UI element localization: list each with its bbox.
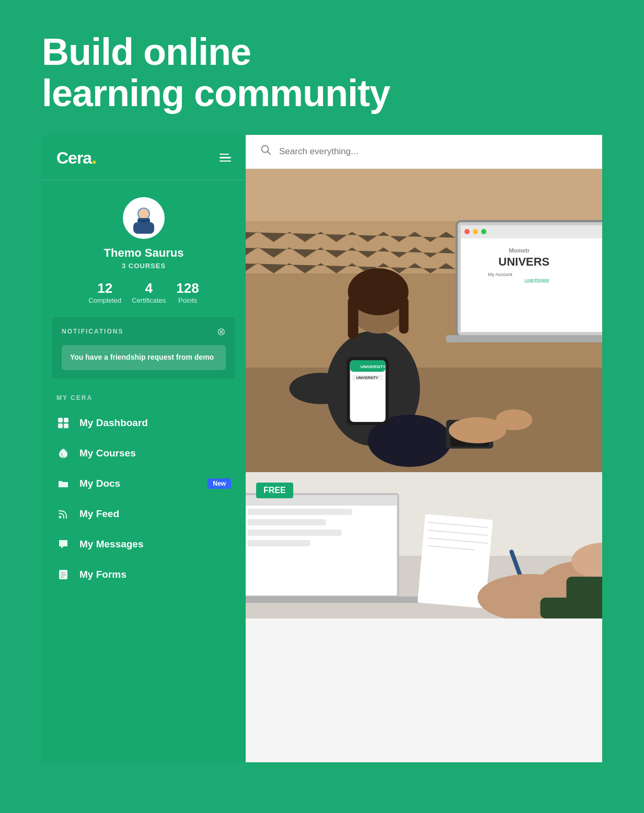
svg-rect-22: [348, 297, 359, 339]
form-icon: [56, 569, 70, 580]
svg-text:My Account: My Account: [488, 272, 513, 277]
search-input[interactable]: [279, 146, 588, 157]
free-card-section: FREE: [246, 472, 602, 619]
avatar: [123, 197, 165, 239]
new-badge: New: [208, 478, 231, 489]
svg-text:UNIVERSITY: UNIVERSITY: [356, 376, 378, 380]
hero-image-top: UNIVERSITY UNIVERSITY Mometr UNIVERS My …: [246, 169, 602, 472]
svg-rect-59: [248, 540, 310, 546]
stat-completed: 12 Completed: [88, 280, 121, 304]
rss-icon: [56, 508, 70, 520]
profile-courses-label: 3 COURSES: [122, 262, 166, 270]
svg-rect-60: [246, 597, 420, 603]
sidebar: Cera. Themo Saurus 3 COURSES: [42, 135, 246, 762]
menu-button[interactable]: [220, 154, 231, 162]
svg-point-8: [59, 516, 62, 518]
stats-row: 12 Completed 4 Certificates 128 Points: [52, 280, 235, 304]
free-badge: FREE: [256, 483, 293, 498]
stat-points: 128 Points: [176, 280, 199, 304]
svg-rect-72: [567, 577, 603, 603]
svg-rect-5: [64, 418, 68, 422]
sidebar-item-feed[interactable]: My Feed: [42, 499, 246, 529]
svg-point-37: [465, 229, 470, 234]
sidebar-item-courses[interactable]: My Courses: [42, 438, 246, 468]
sidebar-item-docs[interactable]: My Docs New: [42, 468, 246, 499]
notification-card: You have a friendship request from demo: [62, 345, 226, 370]
svg-text:Login: Login: [525, 278, 535, 282]
svg-rect-4: [58, 418, 63, 422]
search-bar: [246, 135, 602, 169]
sidebar-item-courses-label: My Courses: [79, 448, 136, 459]
svg-text:Mometr: Mometr: [509, 247, 530, 254]
hero-title: Build online learning community: [0, 0, 644, 135]
svg-text:UNIVERSITY: UNIVERSITY: [361, 364, 386, 369]
sidebar-item-messages[interactable]: My Messages: [42, 529, 246, 559]
notifications-close-button[interactable]: ⊗: [217, 325, 226, 338]
sidebar-item-forms-label: My Forms: [79, 569, 126, 580]
svg-rect-58: [248, 530, 342, 536]
profile-section: Themo Saurus 3 COURSES 12 Completed 4 Ce…: [42, 180, 246, 317]
notification-message: You have a friendship request from demo: [70, 353, 214, 361]
notifications-header: NOTIFICATIONS ⊗: [62, 325, 226, 338]
svg-point-38: [473, 229, 478, 234]
grid-icon: [56, 417, 70, 429]
sidebar-header: Cera.: [42, 135, 246, 180]
sidebar-item-dashboard-label: My Dashboard: [79, 417, 148, 429]
stat-certificates-label: Certificates: [132, 296, 166, 304]
main-layout: Cera. Themo Saurus 3 COURSES: [42, 135, 602, 762]
profile-name: Themo Saurus: [104, 246, 184, 260]
sidebar-item-feed-label: My Feed: [79, 508, 119, 520]
svg-rect-6: [58, 423, 63, 428]
logo: Cera.: [56, 146, 96, 168]
svg-text:Registe: Registe: [535, 278, 550, 282]
desk-scene: [246, 472, 602, 619]
stat-completed-number: 12: [97, 280, 112, 296]
chat-icon: [56, 539, 70, 550]
svg-line-14: [268, 152, 271, 155]
notifications-section: NOTIFICATIONS ⊗ You have a friendship re…: [52, 317, 235, 379]
sidebar-item-dashboard[interactable]: My Dashboard: [42, 408, 246, 438]
sidebar-item-forms[interactable]: My Forms: [42, 559, 246, 590]
svg-rect-45: [446, 335, 603, 342]
svg-point-24: [290, 373, 352, 404]
svg-rect-56: [248, 509, 352, 515]
sidebar-item-docs-label: My Docs: [79, 478, 120, 489]
my-cera-label: MY CERA: [42, 389, 246, 408]
svg-point-2: [139, 209, 149, 219]
svg-rect-23: [399, 297, 409, 334]
stat-completed-label: Completed: [88, 296, 121, 304]
folder-icon: [56, 478, 70, 489]
stat-points-label: Points: [178, 296, 197, 304]
svg-rect-12: [61, 577, 64, 578]
svg-rect-10: [61, 572, 66, 574]
svg-point-50: [496, 409, 533, 430]
stat-points-number: 128: [176, 280, 199, 296]
search-icon: [260, 144, 272, 159]
sidebar-item-messages-label: My Messages: [79, 539, 144, 550]
stat-certificates-number: 4: [145, 280, 153, 296]
svg-rect-57: [248, 519, 326, 525]
notifications-title: NOTIFICATIONS: [62, 328, 123, 335]
svg-rect-11: [61, 575, 66, 576]
right-panel: UNIVERSITY UNIVERSITY Mometr UNIVERS My …: [246, 135, 602, 762]
svg-point-39: [481, 229, 487, 234]
stat-certificates: 4 Certificates: [132, 280, 166, 304]
svg-text:UNIVERS: UNIVERS: [499, 255, 550, 268]
svg-rect-7: [64, 423, 68, 428]
nav-items: My Dashboard My Courses: [42, 408, 246, 590]
leaf-icon: [56, 448, 70, 459]
